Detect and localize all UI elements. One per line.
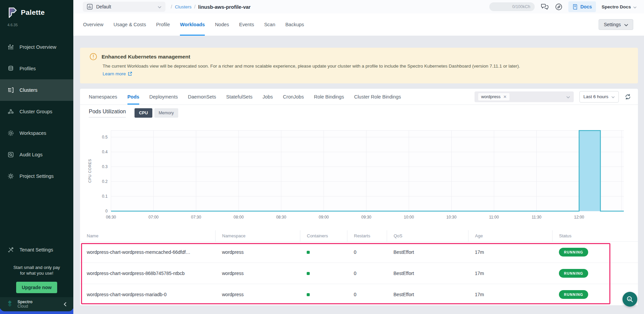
docs-source-selector[interactable]: Spectro Docs: [602, 4, 637, 9]
tab-profile[interactable]: Profile: [156, 13, 170, 36]
table-row[interactable]: wordpress-chart-wordpress-mariadb-0 word…: [80, 284, 638, 305]
svg-text:08:00: 08:00: [234, 215, 244, 220]
pods-table: Name Namespace Containers Restarts QoS A…: [80, 230, 638, 305]
pod-name: wordpress-chart-wordpress-mariadb-0: [80, 284, 215, 305]
breadcrumb: / Clusters / linusb-aws-profile-var: [171, 4, 251, 10]
settings-button[interactable]: Settings: [599, 19, 633, 30]
palette-app: Palette 4.6.35 Project Overview Profiles: [0, 0, 644, 314]
table-header-row: Name Namespace Containers Restarts QoS A…: [80, 230, 638, 241]
sidebar-item-label: Clusters: [20, 87, 37, 93]
sidebar-item-cluster-groups[interactable]: Cluster Groups: [0, 101, 73, 122]
chart-box-icon: [87, 4, 93, 10]
sidebar-item-workspaces[interactable]: Workspaces: [0, 122, 73, 144]
subtab-daemonsets[interactable]: DaemonSets: [188, 89, 216, 105]
tools-icon: [7, 246, 14, 253]
app-version: 4.6.35: [7, 23, 73, 27]
svg-text:12:00: 12:00: [574, 215, 584, 220]
breadcrumb-clusters-link[interactable]: Clusters: [175, 4, 192, 9]
spectro-cloud-logo-icon: [5, 300, 14, 309]
tab-backups[interactable]: Backups: [285, 13, 304, 36]
sidebar-item-label: Tenant Settings: [20, 247, 53, 252]
sidebar-item-project-overview[interactable]: Project Overview: [0, 36, 73, 58]
sidebar-item-tenant-settings[interactable]: Tenant Settings: [0, 239, 73, 261]
chat-icon[interactable]: [540, 3, 549, 11]
chip-remove-icon[interactable]: ✕: [503, 94, 506, 99]
status-badge: RUNNING: [559, 269, 588, 278]
svg-text:08:30: 08:30: [276, 215, 286, 220]
docs-button[interactable]: Docs: [568, 1, 596, 12]
tab-workloads[interactable]: Workloads: [180, 13, 205, 36]
tab-overview[interactable]: Overview: [83, 13, 103, 36]
tab-nodes[interactable]: Nodes: [215, 13, 229, 36]
profiles-icon: [7, 65, 14, 72]
pod-namespace: wordpress: [215, 284, 300, 305]
namespace-filter-input[interactable]: wordpress ✕: [475, 91, 574, 102]
sidebar-item-audit-logs[interactable]: Audit Logs: [0, 144, 73, 165]
svg-text:0: 0: [105, 209, 108, 213]
col-containers: Containers: [300, 230, 347, 241]
pod-namespace: wordpress: [215, 241, 300, 263]
chevron-down-icon: [611, 94, 615, 99]
main-area: Default / Clusters / linusb-aws-profile-…: [73, 0, 644, 314]
svg-text:11:00: 11:00: [489, 215, 499, 220]
pod-age: 17m: [468, 263, 552, 284]
learn-more-link[interactable]: Learn more: [103, 71, 132, 76]
pod-age: 17m: [468, 241, 552, 263]
subtab-cluster-role-bindings[interactable]: Cluster Role Bindings: [354, 89, 401, 105]
project-selector[interactable]: Default: [83, 2, 165, 12]
filter-controls: wordpress ✕ Last 6 hours: [475, 91, 631, 103]
col-qos: QoS: [387, 230, 468, 241]
chevron-down-icon: [624, 22, 628, 27]
table-row[interactable]: wordpress-chart-wordpress-memcached-66df…: [80, 241, 638, 263]
cpu-memory-toggle: CPU Memory: [135, 108, 178, 118]
subtab-role-bindings[interactable]: Role Bindings: [314, 89, 344, 105]
promo-text: Start small and only pay for what you us…: [0, 265, 73, 276]
sidebar-item-label: Project Overview: [20, 44, 56, 50]
tab-usage-costs[interactable]: Usage & Costs: [113, 13, 146, 36]
subtab-pods[interactable]: Pods: [127, 89, 139, 105]
chart-title: Pods Utilization: [89, 109, 126, 118]
time-range-selector[interactable]: Last 6 hours: [579, 91, 619, 103]
sidebar-item-clusters[interactable]: Clusters: [0, 79, 73, 101]
col-restarts: Restarts: [347, 230, 387, 241]
subtab-deployments[interactable]: Deployments: [149, 89, 178, 105]
cluster-name: linusb-aws-profile-var: [198, 4, 251, 10]
pod-qos: BestEffort: [387, 263, 468, 284]
sidebar-item-project-settings[interactable]: Project Settings: [0, 165, 73, 187]
topbar-actions: 0/100kCh Docs Spectro Docs: [489, 1, 637, 12]
svg-text:10:30: 10:30: [446, 215, 456, 220]
workload-tabbar: Namespaces Pods Deployments DaemonSets S…: [80, 89, 638, 105]
subtab-cronjobs[interactable]: CronJobs: [283, 89, 304, 105]
help-search-fab[interactable]: [622, 292, 637, 307]
pod-containers: [300, 263, 347, 284]
filter-chip-wordpress: wordpress ✕: [478, 93, 510, 101]
subtab-namespaces[interactable]: Namespaces: [89, 89, 117, 105]
chevron-down-icon: [566, 94, 570, 100]
pod-name: wordpress-chart-wordpress-868b745785-ntb…: [80, 263, 215, 284]
banner-title: Enhanced Kubernetes management: [102, 54, 190, 60]
usage-quota-pill[interactable]: 0/100kCh: [489, 2, 535, 11]
cpu-toggle-button[interactable]: CPU: [135, 108, 152, 118]
memory-toggle-button[interactable]: Memory: [154, 108, 178, 118]
pod-restarts: 0: [347, 263, 387, 284]
upgrade-now-button[interactable]: Upgrade now: [16, 282, 58, 293]
pod-restarts: 0: [347, 241, 387, 263]
pod-qos: BestEffort: [387, 241, 468, 263]
tab-events[interactable]: Events: [239, 13, 254, 36]
sidebar-item-profiles[interactable]: Profiles: [0, 58, 73, 79]
spectro-cloud-brand: Spectro Cloud: [17, 300, 33, 309]
svg-text:09:30: 09:30: [361, 215, 371, 220]
subtab-jobs[interactable]: Jobs: [263, 89, 273, 105]
sidebar-collapse-chevron-icon[interactable]: [63, 302, 67, 307]
svg-text:07:30: 07:30: [191, 215, 201, 220]
compass-icon[interactable]: [555, 3, 563, 11]
svg-text:0.2: 0.2: [102, 179, 108, 184]
warning-icon: [89, 53, 97, 61]
svg-text:0.1: 0.1: [102, 194, 108, 199]
tab-scan[interactable]: Scan: [264, 13, 275, 36]
cluster-groups-icon: [7, 108, 14, 115]
pod-containers: [300, 241, 347, 263]
subtab-statefulsets[interactable]: StatefulSets: [226, 89, 253, 105]
refresh-icon[interactable]: [624, 93, 631, 100]
table-row[interactable]: wordpress-chart-wordpress-868b745785-ntb…: [80, 263, 638, 284]
